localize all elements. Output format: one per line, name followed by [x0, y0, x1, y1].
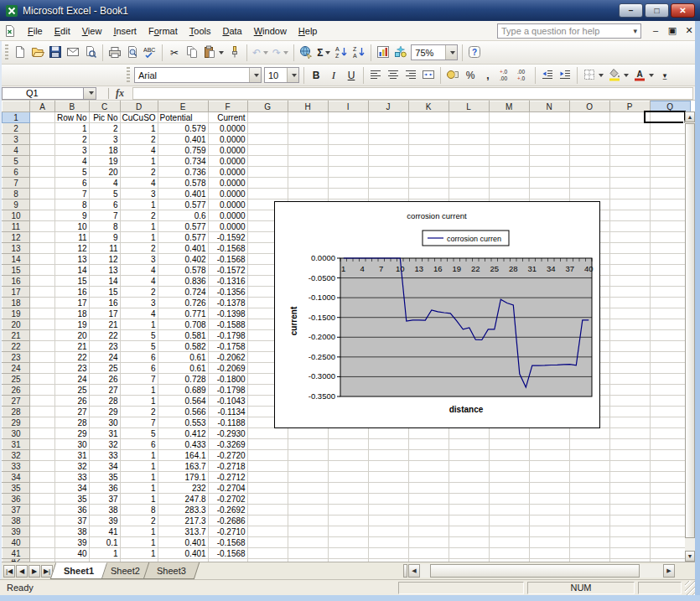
cell-A9[interactable]	[30, 199, 55, 210]
row-header-26[interactable]: 26	[3, 385, 30, 396]
cell-K36[interactable]	[408, 494, 449, 505]
cell-Q35[interactable]	[650, 483, 690, 494]
cell-A11[interactable]	[30, 221, 55, 232]
cell-A14[interactable]	[30, 254, 55, 265]
menu-data[interactable]: Data	[216, 23, 247, 39]
cell-E6[interactable]: 0.736	[158, 167, 208, 178]
cut-button[interactable]: ✂	[166, 44, 183, 61]
cell-F19[interactable]: -0.1398	[208, 308, 247, 319]
column-header-E[interactable]: E	[158, 101, 208, 112]
column-header-J[interactable]: J	[368, 101, 408, 112]
cell-P15[interactable]	[609, 265, 650, 276]
menu-edit[interactable]: Edit	[49, 23, 76, 39]
cell-G41[interactable]	[247, 548, 288, 559]
cell-I33[interactable]	[328, 461, 368, 472]
cell-N4[interactable]	[529, 145, 569, 156]
cell-N32[interactable]	[529, 450, 569, 461]
row-header-2[interactable]: 2	[3, 123, 30, 134]
cell-C39[interactable]: 41	[89, 526, 120, 537]
cell-D19[interactable]: 4	[120, 308, 158, 319]
sort-descending-button[interactable]: ZA	[350, 44, 367, 61]
cell-P41[interactable]	[609, 548, 650, 559]
cell-E34[interactable]: 179.1	[158, 472, 208, 483]
row-header-5[interactable]: 5	[3, 156, 30, 167]
cell-J41[interactable]	[368, 548, 408, 559]
cell-A18[interactable]	[30, 298, 55, 308]
cell-B27[interactable]: 26	[55, 396, 90, 407]
cell-B2[interactable]: 1	[55, 123, 90, 134]
cell-O31[interactable]	[569, 439, 609, 450]
cell-F23[interactable]: -0.2062	[208, 352, 247, 363]
scroll-left-icon[interactable]: ◀	[408, 564, 420, 578]
cell-B25[interactable]: 24	[55, 374, 90, 385]
cell-O40[interactable]	[569, 537, 609, 548]
cell-D27[interactable]: 1	[120, 396, 158, 407]
cell-G38[interactable]	[247, 516, 288, 526]
cell-L31[interactable]	[449, 439, 489, 450]
next-sheet-icon[interactable]: ▶	[29, 565, 40, 578]
cell-F14[interactable]: -0.1568	[208, 254, 247, 265]
cell-H3[interactable]	[288, 134, 328, 145]
select-all-corner[interactable]	[3, 101, 30, 112]
row-header-16[interactable]: 16	[3, 276, 30, 287]
cell-A29[interactable]	[30, 417, 55, 428]
cell-F29[interactable]: -0.1188	[208, 417, 247, 428]
font-name-select[interactable]: Arial	[134, 67, 262, 83]
cell-A1[interactable]	[30, 112, 55, 123]
cell-H31[interactable]	[288, 439, 328, 450]
cell-C9[interactable]: 6	[89, 199, 120, 210]
cell-A12[interactable]	[30, 232, 55, 243]
cell-F33[interactable]: -0.2718	[208, 461, 247, 472]
column-header-I[interactable]: I	[328, 101, 368, 112]
row-header-21[interactable]: 21	[3, 330, 30, 341]
row-header-1[interactable]: 1	[3, 112, 30, 123]
cell-D12[interactable]: 1	[120, 232, 158, 243]
cell-L32[interactable]	[449, 450, 489, 461]
cell-P11[interactable]	[609, 221, 650, 232]
cell-E19[interactable]: 0.771	[158, 308, 208, 319]
cell-E11[interactable]: 0.577	[158, 221, 208, 232]
align-center-button[interactable]	[385, 67, 402, 84]
size-dropdown-icon[interactable]	[287, 68, 298, 82]
chart-wizard-button[interactable]	[375, 44, 391, 61]
cell-O2[interactable]	[569, 123, 609, 134]
open-button[interactable]	[29, 44, 46, 61]
cell-I40[interactable]	[328, 537, 368, 548]
cell-J8[interactable]	[368, 189, 408, 199]
cell-H38[interactable]	[288, 516, 328, 526]
cell-D24[interactable]: 6	[120, 363, 158, 374]
cell-C19[interactable]: 17	[89, 308, 120, 319]
cell-P12[interactable]	[609, 232, 650, 243]
cell-E26[interactable]: 0.689	[158, 385, 208, 396]
cell-D32[interactable]: 1	[120, 450, 158, 461]
cell-Q7[interactable]	[650, 178, 690, 189]
cell-O6[interactable]	[569, 167, 609, 178]
cell-D35[interactable]: 1	[120, 483, 158, 494]
cell-L37[interactable]	[449, 505, 489, 516]
cell-N33[interactable]	[529, 461, 569, 472]
cell-A41[interactable]	[30, 548, 55, 559]
cell-F38[interactable]: -0.2686	[208, 516, 247, 526]
cell-J35[interactable]	[368, 483, 408, 494]
row-header-8[interactable]: 8	[3, 189, 30, 199]
close-button[interactable]: ✕	[671, 3, 695, 18]
cell-D37[interactable]: 8	[120, 505, 158, 516]
cell-C25[interactable]: 26	[89, 374, 120, 385]
cell-K41[interactable]	[408, 548, 449, 559]
cell-A30[interactable]	[30, 428, 55, 439]
cell-A4[interactable]	[30, 145, 55, 156]
comma-button[interactable]: ,	[480, 67, 496, 84]
cell-B12[interactable]: 11	[55, 232, 90, 243]
fill-color-button[interactable]	[606, 67, 630, 84]
cell-L4[interactable]	[449, 145, 489, 156]
cell-G33[interactable]	[247, 461, 288, 472]
cell-J5[interactable]	[368, 156, 408, 167]
cell-I6[interactable]	[328, 167, 368, 178]
align-left-button[interactable]	[367, 67, 384, 84]
undo-button[interactable]: ↶	[251, 44, 270, 61]
menu-view[interactable]: View	[76, 23, 108, 39]
row-header-27[interactable]: 27	[3, 396, 30, 407]
cell-L33[interactable]	[449, 461, 489, 472]
cell-C14[interactable]: 12	[89, 254, 120, 265]
cell-Q18[interactable]	[650, 298, 690, 308]
